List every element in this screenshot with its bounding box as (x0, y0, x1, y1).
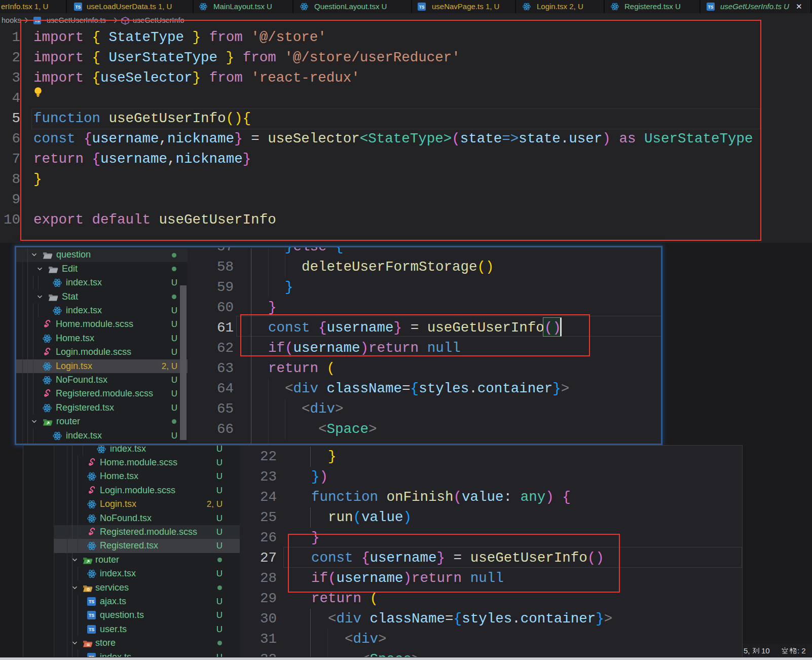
svg-text:TS: TS (89, 627, 94, 632)
svg-text:TS: TS (89, 655, 94, 657)
svg-text:TS: TS (419, 5, 425, 10)
svg-text:TS: TS (89, 613, 94, 618)
svg-text:TS: TS (708, 5, 714, 10)
svg-text:TS: TS (76, 5, 81, 10)
svg-text:TS: TS (89, 599, 94, 604)
